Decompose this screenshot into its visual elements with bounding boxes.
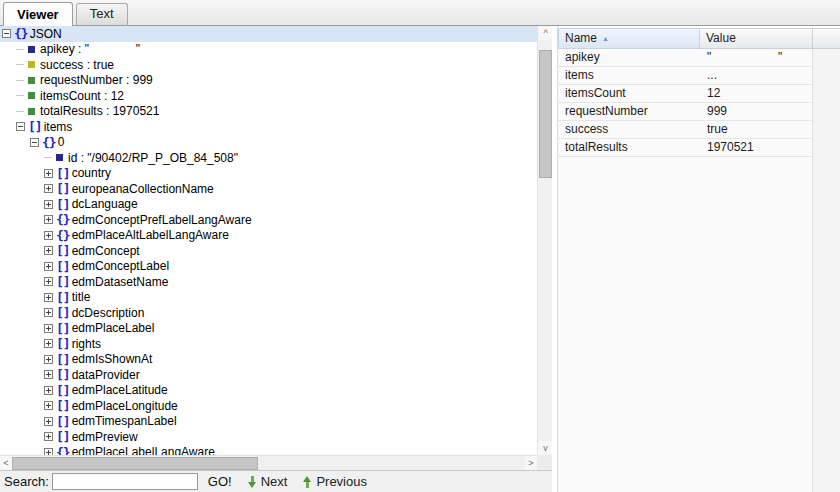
grid-header: Name ▲ Value (558, 28, 840, 49)
grid-row-totalresults[interactable]: totalResults1970521 (558, 139, 813, 157)
tree-horizontal-scrollbar[interactable]: < > (0, 455, 537, 470)
tree-node-items[interactable]: []items (0, 119, 537, 135)
number-type-icon (28, 92, 35, 99)
expand-icon[interactable] (44, 184, 53, 193)
tree-node-edmplacelongitude[interactable]: []edmPlaceLongitude (0, 398, 537, 414)
tree-node-dcdescription[interactable]: []dcDescription (0, 305, 537, 321)
expand-icon[interactable] (44, 231, 53, 240)
scroll-right-button[interactable]: > (525, 456, 537, 471)
expand-icon[interactable] (44, 262, 53, 271)
tree-node-label: edmPlaceAltLabelLangAware (72, 228, 229, 242)
tab-text[interactable]: Text (76, 3, 128, 25)
collapse-icon[interactable] (16, 122, 25, 131)
expand-icon[interactable] (44, 401, 53, 410)
find-next-button[interactable]: Next (248, 474, 288, 489)
find-previous-button[interactable]: Previous (303, 474, 367, 489)
tree-node-rights[interactable]: []rights (0, 336, 537, 352)
expand-icon[interactable] (44, 370, 53, 379)
scroll-up-button[interactable]: ^ (538, 26, 553, 40)
boolean-type-icon (28, 61, 35, 68)
tree-line-stub (16, 49, 24, 50)
tree-node-json[interactable]: {}JSON (0, 26, 537, 42)
tree-node-label: title (72, 290, 91, 304)
expand-icon[interactable] (44, 324, 53, 333)
tree-node-country[interactable]: []country (0, 166, 537, 182)
horizontal-scroll-thumb[interactable] (12, 457, 258, 470)
tab-viewer[interactable]: Viewer (3, 2, 73, 26)
array-brackets-icon: [] (56, 291, 70, 304)
expand-icon[interactable] (44, 339, 53, 348)
tree-node-edmplacelatitude[interactable]: []edmPlaceLatitude (0, 383, 537, 399)
tree-node-itemscount-12[interactable]: itemsCount : 12 (0, 88, 537, 104)
tree-node-label: dcDescription (72, 306, 145, 320)
expand-icon[interactable] (44, 293, 53, 302)
search-input[interactable] (52, 473, 198, 490)
expand-icon[interactable] (44, 448, 53, 455)
grid-row-apikey[interactable]: apikey" " (558, 49, 813, 67)
column-header-value[interactable]: Value (700, 28, 813, 49)
number-type-icon (28, 77, 35, 84)
string-type-icon (56, 154, 63, 161)
tree-node-edmconceptlabel[interactable]: []edmConceptLabel (0, 259, 537, 275)
expand-icon[interactable] (44, 277, 53, 286)
tree-node-edmisshownat[interactable]: []edmIsShownAt (0, 352, 537, 368)
tree-node-label: country (72, 166, 111, 180)
search-toolbar: Search: GO! Next Previous (0, 470, 552, 492)
object-braces-icon: {} (56, 213, 70, 226)
tree-node-europeanacollectionname[interactable]: []europeanaCollectionName (0, 181, 537, 197)
array-brackets-icon: [] (28, 120, 42, 133)
tree-node-label: edmPlaceLatitude (72, 383, 168, 397)
expand-icon[interactable] (44, 246, 53, 255)
expand-icon[interactable] (44, 215, 53, 224)
column-header-name[interactable]: Name ▲ (558, 28, 700, 49)
expand-icon[interactable] (44, 386, 53, 395)
tree-node-id-90402-rp-p-ob-84-508[interactable]: id : "/90402/RP_P_OB_84_508" (0, 150, 537, 166)
tree-node-label: itemsCount : 12 (40, 89, 124, 103)
grid-cell-name: requestNumber (558, 103, 700, 120)
collapse-icon[interactable] (30, 138, 39, 147)
scroll-down-button[interactable]: v (538, 441, 553, 455)
tree-node-label: edmConceptPrefLabelLangAware (72, 213, 252, 227)
expand-icon[interactable] (44, 308, 53, 317)
tree-node-apikey[interactable]: apikey : " " (0, 42, 537, 58)
expand-icon[interactable] (44, 432, 53, 441)
vertical-scroll-thumb[interactable] (539, 50, 552, 178)
go-button[interactable]: GO! (208, 474, 232, 489)
tree-vertical-scrollbar[interactable]: ^ v (537, 26, 552, 455)
grid-cell-value: 999 (700, 103, 813, 120)
expand-icon[interactable] (44, 200, 53, 209)
grid-cell-name: apikey (558, 49, 700, 66)
tree-node-dataprovider[interactable]: []dataProvider (0, 367, 537, 383)
tree-node-title[interactable]: []title (0, 290, 537, 306)
tree-line-stub (16, 80, 24, 81)
tree-node-edmplacelabel[interactable]: []edmPlaceLabel (0, 321, 537, 337)
grid-cell-name: items (558, 67, 700, 84)
expand-icon[interactable] (44, 169, 53, 178)
grid-row-itemscount[interactable]: itemsCount12 (558, 85, 813, 103)
tree-node-edmtimespanlabel[interactable]: []edmTimespanLabel (0, 414, 537, 430)
collapse-icon[interactable] (2, 29, 11, 38)
tree-node-edmdatasetname[interactable]: []edmDatasetName (0, 274, 537, 290)
tree-node-edmpreview[interactable]: []edmPreview (0, 429, 537, 445)
tree-node-requestnumber-999[interactable]: requestNumber : 999 (0, 73, 537, 89)
tree-node-label: edmDatasetName (72, 275, 169, 289)
tree-node-label: edmPlaceLongitude (72, 399, 178, 413)
json-viewer-app: Viewer Text {}JSONapikey : " "success : … (0, 0, 840, 492)
expand-icon[interactable] (44, 355, 53, 364)
tree-node-success-true[interactable]: success : true (0, 57, 537, 73)
search-label: Search: (4, 474, 49, 489)
column-header-spacer (813, 28, 840, 49)
tree-node-edmconceptpreflabellangaware[interactable]: {}edmConceptPrefLabelLangAware (0, 212, 537, 228)
tree-node-edmplacelabellangaware[interactable]: {}edmPlaceLabelLangAware (0, 445, 537, 456)
tree-node-label: requestNumber : 999 (40, 73, 153, 87)
tree-node-edmplacealtlabellangaware[interactable]: {}edmPlaceAltLabelLangAware (0, 228, 537, 244)
grid-row-items[interactable]: items... (558, 67, 813, 85)
scroll-left-button[interactable]: < (0, 456, 12, 471)
expand-icon[interactable] (44, 417, 53, 426)
tree-node-0[interactable]: {}0 (0, 135, 537, 151)
grid-row-success[interactable]: successtrue (558, 121, 813, 139)
grid-row-requestnumber[interactable]: requestNumber999 (558, 103, 813, 121)
tree-node-totalresults-1970521[interactable]: totalResults : 1970521 (0, 104, 537, 120)
tree-node-dclanguage[interactable]: []dcLanguage (0, 197, 537, 213)
tree-node-edmconcept[interactable]: []edmConcept (0, 243, 537, 259)
